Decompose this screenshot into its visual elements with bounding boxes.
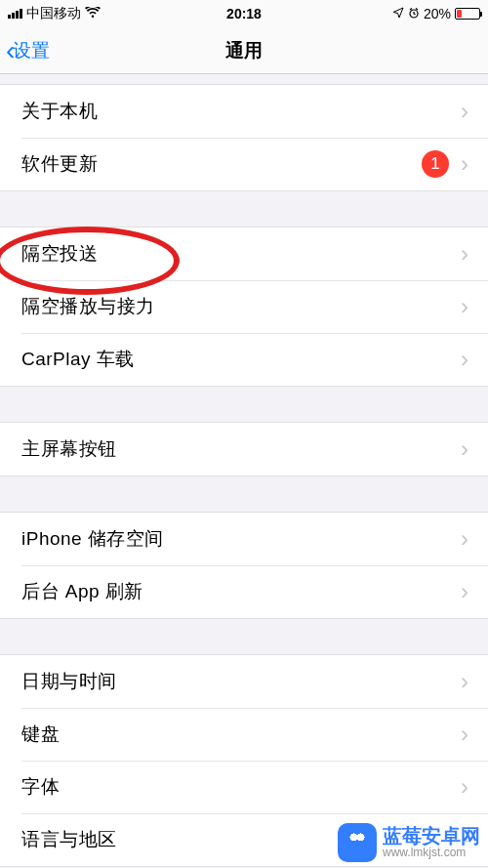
row-label: 字体 <box>21 774 461 800</box>
row-label: 日期与时间 <box>21 669 461 694</box>
group-misc: 日期与时间 › 键盘 › 字体 › 语言与地区 › <box>0 654 488 867</box>
group-storage: iPhone 储存空间 › 后台 App 刷新 › <box>0 512 488 619</box>
battery-pct: 20% <box>424 6 451 21</box>
row-label: 后台 App 刷新 <box>21 579 461 604</box>
row-fonts[interactable]: 字体 › <box>0 761 488 813</box>
back-button[interactable]: ‹ 设置 <box>6 37 50 64</box>
chevron-right-icon: › <box>461 437 468 461</box>
alarm-icon <box>408 6 420 21</box>
status-time: 20:18 <box>226 6 262 21</box>
row-label: iPhone 储存空间 <box>21 526 461 552</box>
location-icon <box>392 6 404 21</box>
row-label: 隔空投送 <box>21 241 461 267</box>
carrier-label: 中国移动 <box>26 5 81 22</box>
row-label: 语言与地区 <box>21 827 461 852</box>
row-keyboard[interactable]: 键盘 › <box>0 708 488 761</box>
row-airdrop[interactable]: 隔空投送 › <box>0 227 488 280</box>
status-left: 中国移动 <box>8 5 101 22</box>
row-label: 软件更新 <box>21 151 422 177</box>
chevron-right-icon: › <box>461 152 468 176</box>
row-language-region[interactable]: 语言与地区 › <box>0 813 488 866</box>
row-date-time[interactable]: 日期与时间 › <box>0 655 488 708</box>
chevron-right-icon: › <box>461 580 468 603</box>
row-carplay[interactable]: CarPlay 车载 › <box>0 333 488 386</box>
page-title: 通用 <box>225 38 263 63</box>
row-iphone-storage[interactable]: iPhone 储存空间 › <box>0 513 488 565</box>
row-software-update[interactable]: 软件更新 1 › <box>0 138 488 190</box>
chevron-right-icon: › <box>461 670 468 693</box>
settings-list: 关于本机 › 软件更新 1 › 隔空投送 › 隔空播放与接力 › CarPlay… <box>0 74 488 867</box>
status-right: 20% <box>392 6 480 21</box>
row-label: 隔空播放与接力 <box>21 294 461 319</box>
chevron-right-icon: › <box>461 348 468 371</box>
chevron-right-icon: › <box>461 242 468 266</box>
chevron-right-icon: › <box>461 527 468 551</box>
battery-icon <box>455 8 480 20</box>
row-label: 关于本机 <box>21 99 461 124</box>
chevron-right-icon: › <box>461 100 468 123</box>
chevron-right-icon: › <box>461 723 468 746</box>
chevron-right-icon: › <box>461 828 468 851</box>
row-airplay-handoff[interactable]: 隔空播放与接力 › <box>0 280 488 333</box>
signal-icon <box>8 9 22 19</box>
status-bar: 中国移动 20:18 20% <box>0 0 488 27</box>
update-badge: 1 <box>422 150 449 178</box>
row-label: 主屏幕按钮 <box>21 436 461 462</box>
nav-bar: ‹ 设置 通用 <box>0 27 488 74</box>
chevron-right-icon: › <box>461 775 468 799</box>
group-airdrop: 隔空投送 › 隔空播放与接力 › CarPlay 车载 › <box>0 227 488 387</box>
wifi-icon <box>85 6 101 21</box>
row-label: 键盘 <box>21 722 461 747</box>
row-background-refresh[interactable]: 后台 App 刷新 › <box>0 565 488 618</box>
row-label: CarPlay 车载 <box>21 347 461 372</box>
group-about: 关于本机 › 软件更新 1 › <box>0 84 488 191</box>
back-label: 设置 <box>13 38 50 63</box>
row-about[interactable]: 关于本机 › <box>0 85 488 138</box>
chevron-right-icon: › <box>461 295 468 318</box>
row-home-button[interactable]: 主屏幕按钮 › <box>0 423 488 475</box>
group-homebutton: 主屏幕按钮 › <box>0 422 488 476</box>
